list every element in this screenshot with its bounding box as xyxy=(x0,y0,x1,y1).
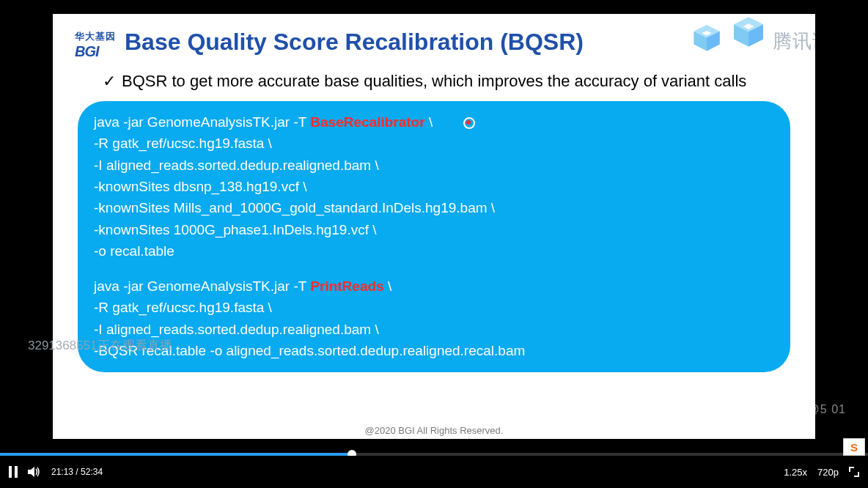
code-line: -knownSites 1000G_phase1.InDels.hg19.vcf… xyxy=(94,219,774,240)
sogou-s-icon: S xyxy=(850,441,858,454)
bgi-logo-cn: 华大基因 xyxy=(75,30,116,43)
brand-text: 腾讯课堂 xyxy=(773,29,815,54)
slide-bullet: ✓BQSR to get more accurate base qualitie… xyxy=(103,70,793,92)
fullscreen-icon xyxy=(849,467,859,477)
code-line: -knownSites dbsnp_138.hg19.vcf \ xyxy=(94,176,774,197)
viewer-watermark: 3291368551正在观看直播 xyxy=(28,337,172,354)
ime-indicator[interactable]: S xyxy=(843,438,865,456)
player-controls: 21:13 / 52:34 1.25x 720p xyxy=(0,456,868,488)
cube-icon xyxy=(730,15,767,55)
highlight-tool: PrintReads xyxy=(310,278,383,294)
user-id-watermark: @5 01 xyxy=(808,403,846,416)
code-line: -knownSites Mills_and_1000G_gold_standar… xyxy=(94,197,774,218)
time-display: 21:13 / 52:34 xyxy=(51,467,103,477)
code-line: -I aligned_reads.sorted.dedup.realigned.… xyxy=(94,155,774,176)
code-block: java -jar GenomeAnalysisTK.jar -T BaseRe… xyxy=(78,101,790,372)
code-line: java -jar GenomeAnalysisTK.jar -T PrintR… xyxy=(94,276,774,297)
bullet-text: BQSR to get more accurate base qualities… xyxy=(122,72,746,90)
laser-pointer-icon xyxy=(463,117,472,126)
volume-button[interactable] xyxy=(28,466,41,478)
code-line: -o recal.table xyxy=(94,240,774,262)
bgi-logo: 华大基因 BGI xyxy=(75,30,116,60)
pause-icon xyxy=(9,466,18,478)
slide-footer: @2020 BGI All Rights Reserved. xyxy=(53,425,815,436)
code-line: -BQSR recal.table -o aligned_reads.sorte… xyxy=(94,340,774,361)
quality-control[interactable]: 720p xyxy=(817,467,839,478)
pause-button[interactable] xyxy=(9,466,18,478)
slide-header: 华大基因 BGI Base Quality Score Recalibratio… xyxy=(75,29,793,60)
code-line: -I aligned_reads.sorted.dedup.realigned.… xyxy=(94,319,774,340)
video-area: 腾讯课堂 华大基因 BGI Base Quality Score Recalib… xyxy=(0,0,868,453)
code-line: -R gatk_ref/ucsc.hg19.fasta \ xyxy=(94,297,774,318)
fullscreen-button[interactable] xyxy=(849,467,859,477)
slide-title: Base Quality Score Recalibration (BQSR) xyxy=(125,29,584,56)
slide: 腾讯课堂 华大基因 BGI Base Quality Score Recalib… xyxy=(53,14,815,439)
code-line: java -jar GenomeAnalysisTK.jar -T BaseRe… xyxy=(94,111,774,133)
bgi-logo-en: BGI xyxy=(75,43,99,60)
brand-watermark: 腾讯课堂 xyxy=(691,21,815,61)
check-icon: ✓ xyxy=(103,72,116,90)
speed-control[interactable]: 1.25x xyxy=(784,467,807,478)
code-line: -R gatk_ref/ucsc.hg19.fasta \ xyxy=(94,133,774,154)
svg-marker-8 xyxy=(28,467,34,477)
cube-icon xyxy=(691,23,723,59)
highlight-tool: BaseRecalibrator xyxy=(310,114,424,130)
